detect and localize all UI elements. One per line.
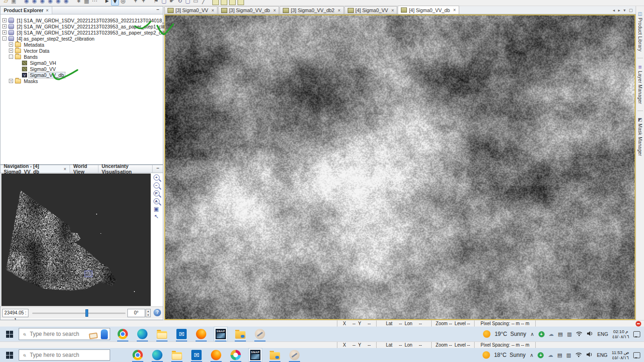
pin-icon[interactable]: ⚑	[152, 0, 160, 6]
notification-center-icon[interactable]	[633, 352, 640, 358]
tab-sigma0-vv-db-3[interactable]: [3] Sigma0_VV_db ×	[218, 6, 279, 14]
scroll-left-icon[interactable]: ◂	[613, 8, 615, 13]
volume-icon[interactable]	[586, 351, 593, 359]
minimize-icon[interactable]: –	[153, 7, 163, 14]
show-shapes-eye-icon[interactable]: ◉	[46, 0, 54, 6]
weather-sun-icon[interactable]	[483, 330, 490, 338]
tab-sigma0-vv-db-4[interactable]: [4] Sigma0_VV_db ×	[398, 6, 459, 14]
taskbar-app-snap[interactable]: SNAP	[214, 327, 228, 341]
expander-icon[interactable]: +	[2, 30, 7, 35]
volume-icon[interactable]	[587, 330, 593, 338]
language-indicator[interactable]: ENG	[597, 352, 608, 358]
tab-layer-manager[interactable]: ≣ Layer Manager	[637, 63, 643, 106]
taskbar-app-firefox[interactable]	[194, 327, 208, 341]
search-input[interactable]	[29, 351, 85, 359]
measure-icon[interactable]: ▭	[192, 0, 200, 6]
taskbar-app-edge[interactable]	[150, 348, 164, 362]
battery-icon[interactable]: ▥	[567, 331, 572, 337]
close-icon[interactable]: ×	[46, 8, 49, 13]
taskbar-app-paint[interactable]	[287, 348, 301, 362]
add-status-icon[interactable]: +	[539, 331, 545, 337]
wifi-icon[interactable]	[576, 330, 582, 338]
weather-text[interactable]: 19°C Sunny	[495, 331, 526, 337]
zoom-in-icon[interactable]: +	[154, 174, 160, 181]
zoom-tool-icon[interactable]: ◎	[119, 0, 127, 6]
tree-item-sigma0-vh[interactable]: Sigma0_VH	[0, 60, 163, 66]
taskbar-app-files[interactable]	[233, 327, 247, 341]
taskbar-app-edge[interactable]	[135, 327, 149, 341]
show-overlay-eye-icon[interactable]: ◉	[62, 0, 70, 6]
add-status-icon[interactable]: +	[538, 352, 544, 358]
cloud-icon[interactable]: ☁	[548, 352, 553, 358]
close-icon[interactable]: ×	[338, 8, 341, 13]
add-gcp-icon[interactable]: +	[140, 0, 147, 6]
notification-center-icon[interactable]	[633, 331, 640, 337]
clock[interactable]: 11:53 ص٤٥/٠٨/١٦	[612, 350, 629, 360]
reopen-icon[interactable]: ↻	[176, 0, 184, 6]
pan-hand-icon[interactable]: ☛	[168, 0, 176, 6]
zoom-all-icon[interactable]: A	[154, 198, 160, 204]
taskbar-app-chrome[interactable]	[116, 327, 130, 341]
stop-indicator-icon[interactable]	[636, 321, 641, 327]
zoom-pixel-icon[interactable]: P	[154, 190, 160, 196]
tab-sigma0-vv-db2-3[interactable]: [3] Sigma0_VV_db2 ×	[280, 6, 343, 14]
tile-single-icon[interactable]	[212, 0, 219, 5]
zoom-slider-track[interactable]	[32, 313, 126, 314]
close-icon[interactable]: ×	[211, 8, 214, 13]
close-icon[interactable]: ×	[453, 7, 456, 13]
taskbar-app-slack[interactable]	[229, 348, 243, 362]
tree-item-masks[interactable]: + Masks	[0, 78, 163, 84]
tab-product-library[interactable]: ◫ Product Library	[637, 10, 643, 53]
search-box[interactable]: ⌕	[19, 349, 110, 361]
tab-world-view[interactable]: World View	[70, 165, 98, 173]
tree-item-product-4[interactable]: - [4] as_paper_step2_test2_clibration	[0, 35, 163, 42]
pencil-icon[interactable]: ╱	[200, 0, 208, 6]
tree-item-product-1[interactable]: + [1] S1A_IW_GRDH_1SDV_20221213T023953_2…	[0, 17, 163, 23]
taskbar-app-explorer[interactable]	[170, 348, 184, 362]
tile-grid-icon[interactable]	[229, 0, 236, 5]
taskbar-app-chrome[interactable]	[131, 348, 145, 362]
image-view[interactable]	[164, 14, 636, 320]
show-grid-eye-icon[interactable]: ◉	[54, 0, 62, 6]
weather-sun-icon[interactable]	[483, 351, 490, 359]
show-gcp-eye-icon[interactable]: ◉	[30, 0, 38, 6]
minimize-icon[interactable]: –	[153, 165, 163, 173]
taskbar-app-mail[interactable]	[189, 348, 203, 362]
tab-product-explorer[interactable]: Product Explorer ×	[0, 7, 52, 14]
tree-item-sigma0-vv-db[interactable]: V Sigma0_VV_db	[0, 72, 163, 78]
phone-link-icon[interactable]: ▤	[557, 352, 562, 358]
select-tool-icon[interactable]: ►	[103, 0, 111, 6]
show-pins-eye-icon[interactable]: ◉	[22, 0, 30, 6]
tree-item-product-2[interactable]: + [2] S1A_IW_GRDH_1SDV_20221213T023953_a…	[0, 23, 163, 29]
close-icon[interactable]: ×	[63, 167, 66, 172]
zoom-ratio-field[interactable]: 23494.05 : 1	[2, 309, 28, 317]
sync-cursor-icon[interactable]: ↖	[154, 214, 159, 219]
overview-dots-icon[interactable]: ⋯	[91, 0, 98, 6]
close-icon[interactable]: ×	[273, 8, 276, 13]
expander-icon[interactable]: +	[9, 79, 13, 83]
help-button[interactable]: ?	[154, 309, 161, 316]
battery-icon[interactable]: ▥	[567, 352, 571, 358]
tab-mask-manager[interactable]: ◩ Mask Manager	[637, 116, 643, 158]
phone-link-icon[interactable]: ▤	[558, 331, 563, 337]
chevron-up-icon[interactable]: ∧	[530, 331, 534, 337]
taskbar-app-explorer[interactable]	[155, 327, 169, 341]
layer-add-icon[interactable]: ▢	[160, 0, 168, 6]
tree-item-bands[interactable]: - Bands	[0, 54, 163, 60]
expander-icon[interactable]: -	[2, 36, 7, 41]
taskbar-app-firefox[interactable]	[209, 348, 223, 362]
tree-item-product-3[interactable]: + [3] S1A_IW_GRDH_1SDV_20221213T023953_a…	[0, 29, 163, 35]
clock[interactable]: 02:10 م٤٥/٠٨/١٦	[612, 329, 629, 339]
expander-icon[interactable]: -	[9, 55, 13, 59]
tree-item-metadata[interactable]: + Metadata	[0, 42, 163, 48]
start-button[interactable]	[0, 327, 19, 341]
sar-image-canvas[interactable]	[165, 15, 635, 319]
zoom-slider-handle[interactable]	[85, 309, 88, 317]
tab-sigma0-vv-4[interactable]: [4] Sigma0_VV ×	[344, 6, 398, 14]
wifi-icon[interactable]	[575, 351, 582, 359]
search-box[interactable]: ⌕	[19, 328, 110, 340]
tab-navigation[interactable]: Navigation - [4] Sigma0_VV_db ×	[0, 165, 70, 173]
expander-icon[interactable]: +	[9, 49, 13, 53]
layer-new-icon[interactable]: ▢	[184, 0, 192, 6]
drawing-tool-icon[interactable]: ▼	[111, 0, 119, 6]
